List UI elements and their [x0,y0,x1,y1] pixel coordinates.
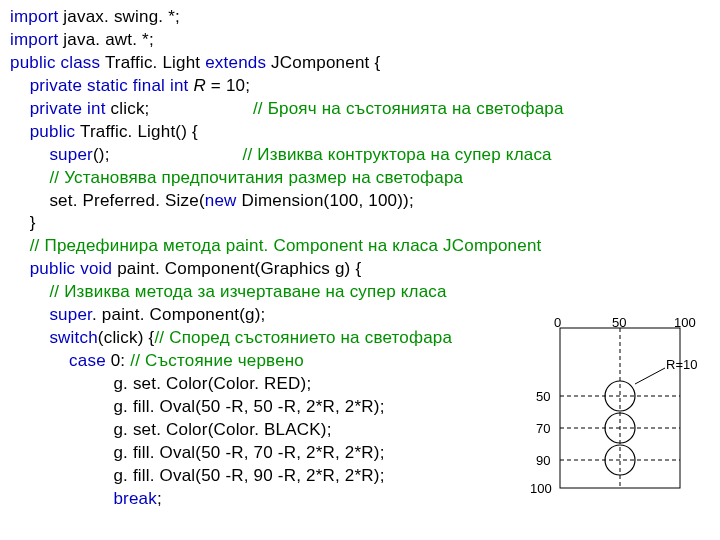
t: . paint. Component(g); [92,305,266,324]
kw: private static final int [10,76,189,95]
t: paint. Component(Graphics g) { [112,259,361,278]
kw: new [205,191,242,210]
t: 0: [106,351,130,370]
t: g. fill. Oval(50 -R, 70 -R, 2*R, 2*R); [10,443,385,462]
t: g. fill. Oval(50 -R, 90 -R, 2*R, 2*R); [10,466,385,485]
comment: // Установява предпочитания размер на св… [10,168,463,187]
t: (click) { [98,328,155,347]
y-label-50: 50 [536,388,550,406]
t: Dimension(100, 100)); [241,191,413,210]
y-label-90: 90 [536,452,550,470]
t: g. set. Color(Color. RED); [10,374,311,393]
comment: // Брояч на състоянията на светофара [253,99,564,118]
t: = 10; [206,76,250,95]
t: g. set. Color(Color. BLACK); [10,420,332,439]
comment: // Предефинира метода paint. Component н… [10,236,542,255]
t: JComponent { [266,53,380,72]
t: g. fill. Oval(50 -R, 50 -R, 2*R, 2*R); [10,397,385,416]
comment: // Състояние червено [130,351,304,370]
kw: public void [10,259,112,278]
svg-line-8 [635,368,665,384]
t: Traffic. Light [100,53,205,72]
t: Traffic. Light() { [75,122,198,141]
y-label-70: 70 [536,420,550,438]
kw: switch [10,328,98,347]
kw: import [10,30,58,49]
t: ; [157,489,162,508]
kw: public [10,122,75,141]
kw: super [10,305,92,324]
kw: break [10,489,157,508]
t: } [10,213,36,232]
r-label: R=10 [666,356,697,374]
t: click; [106,99,253,118]
kw: extends [205,53,266,72]
var-r: R [193,76,205,95]
t: set. Preferred. Size( [10,191,205,210]
kw: case [10,351,106,370]
t: javax. swing. *; [58,7,180,26]
comment: // Извиква контруктора на супер класа [243,145,552,164]
t: java. awt. *; [58,30,153,49]
x-label-100: 100 [674,314,696,332]
diagram-svg [530,318,710,528]
kw: public class [10,53,100,72]
coordinate-diagram: 0 50 100 50 70 90 100 R=10 [530,318,710,528]
y-label-100: 100 [530,480,552,498]
comment: // Извиква метода за изчертаване на супе… [10,282,447,301]
x-label-50: 50 [612,314,626,332]
kw: private int [10,99,106,118]
comment: // Според състоянието на светофара [154,328,452,347]
kw: super [10,145,93,164]
t: (); [93,145,243,164]
x-label-0: 0 [554,314,561,332]
kw: import [10,7,58,26]
